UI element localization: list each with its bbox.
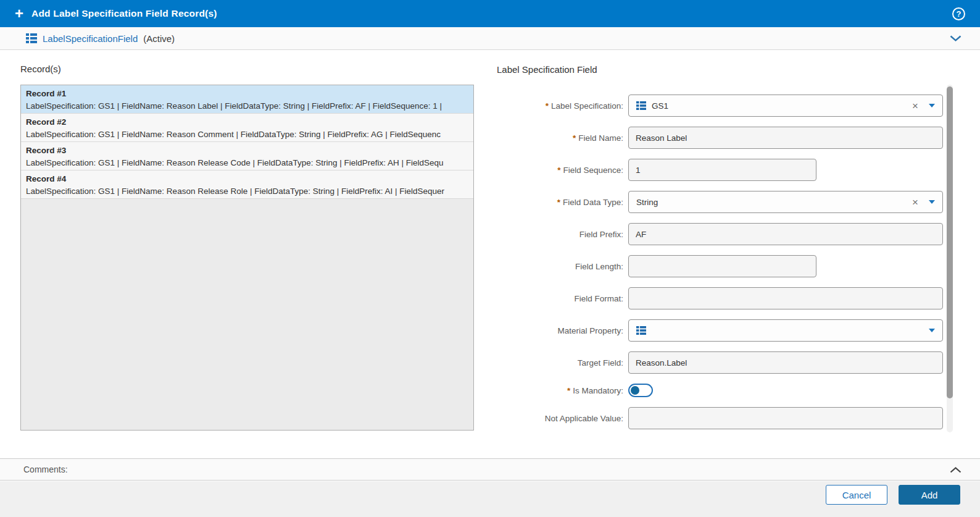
collapse-chevron-down-icon[interactable] bbox=[950, 35, 961, 42]
field-label: Target Field: bbox=[578, 358, 623, 368]
record-title: Record #1 bbox=[26, 87, 468, 100]
field-label: Field Name: bbox=[578, 133, 623, 143]
required-marker: * bbox=[557, 198, 560, 207]
field-sequence-input[interactable] bbox=[628, 159, 816, 181]
form-scrollbar-thumb[interactable] bbox=[947, 86, 953, 398]
dialog-titlebar: + Add Label Specification Field Record(s… bbox=[0, 0, 980, 27]
collapse-chevron-up-icon[interactable] bbox=[950, 466, 961, 473]
field-row-field-prefix: Field Prefix: bbox=[497, 223, 945, 245]
label-specification-lookup[interactable]: GS1 × bbox=[628, 95, 943, 117]
comments-section: Comments: bbox=[0, 458, 980, 481]
field-prefix-input[interactable] bbox=[628, 223, 943, 245]
plus-icon: + bbox=[15, 6, 23, 21]
field-length-input[interactable] bbox=[628, 255, 816, 277]
material-property-lookup[interactable] bbox=[628, 319, 943, 342]
field-row-field-format: Field Format: bbox=[497, 287, 945, 309]
toggle-knob bbox=[631, 386, 639, 395]
not-applicable-value-input[interactable] bbox=[628, 407, 943, 429]
chevron-down-icon[interactable] bbox=[929, 329, 935, 332]
record-row-1[interactable]: Record #1 LabelSpecification: GS1 | Fiel… bbox=[21, 85, 473, 114]
target-field-input[interactable] bbox=[628, 351, 943, 374]
field-row-is-mandatory: *Is Mandatory: bbox=[497, 384, 945, 397]
record-row-3[interactable]: Record #3 LabelSpecification: GS1 | Fiel… bbox=[21, 142, 473, 170]
field-label: Field Data Type: bbox=[563, 198, 623, 207]
clear-icon[interactable]: × bbox=[912, 197, 918, 208]
field-row-material-property: Material Property: bbox=[497, 319, 945, 342]
record-summary: LabelSpecification: GS1 | FieldName: Rea… bbox=[26, 100, 468, 112]
chevron-down-icon[interactable] bbox=[929, 200, 935, 204]
form-title: Label Specification Field bbox=[497, 64, 597, 75]
field-label: Field Format: bbox=[574, 294, 623, 303]
is-mandatory-toggle[interactable] bbox=[628, 384, 653, 397]
field-row-target-field: Target Field: bbox=[497, 351, 945, 374]
field-name-input[interactable] bbox=[628, 127, 943, 149]
record-title: Record #2 bbox=[26, 116, 468, 128]
field-label: Is Mandatory: bbox=[573, 386, 623, 395]
field-label: Field Sequence: bbox=[563, 166, 623, 175]
field-data-type-select[interactable]: String × bbox=[628, 191, 943, 213]
record-summary: LabelSpecification: GS1 | FieldName: Rea… bbox=[26, 185, 468, 198]
entity-link[interactable]: LabelSpecificationField bbox=[43, 33, 138, 44]
record-title: Record #4 bbox=[26, 172, 468, 185]
record-row-4[interactable]: Record #4 LabelSpecification: GS1 | Fiel… bbox=[21, 170, 473, 199]
add-button[interactable]: Add bbox=[899, 485, 960, 505]
record-title: Record #3 bbox=[26, 144, 468, 157]
field-label: Material Property: bbox=[557, 326, 623, 335]
record-summary: LabelSpecification: GS1 | FieldName: Rea… bbox=[26, 157, 468, 169]
records-panel-title: Record(s) bbox=[20, 64, 61, 74]
field-row-not-applicable-value: Not Applicable Value: bbox=[497, 407, 945, 429]
help-icon[interactable]: ? bbox=[952, 7, 965, 20]
cancel-button[interactable]: Cancel bbox=[826, 485, 887, 505]
entity-status: (Active) bbox=[143, 33, 175, 44]
field-row-field-data-type: *Field Data Type: String × bbox=[497, 191, 945, 213]
required-marker: * bbox=[557, 166, 560, 175]
dialog-footer: Cancel Add bbox=[0, 481, 980, 517]
field-label: Field Prefix: bbox=[579, 230, 623, 239]
label-specification-value: GS1 bbox=[652, 101, 668, 111]
field-label: Not Applicable Value: bbox=[545, 414, 623, 423]
comments-label: Comments: bbox=[23, 464, 68, 474]
entity-header: LabelSpecificationField (Active) bbox=[0, 27, 980, 50]
required-marker: * bbox=[567, 386, 570, 395]
field-data-type-value: String bbox=[636, 198, 658, 207]
record-row-2[interactable]: Record #2 LabelSpecification: GS1 | Fiel… bbox=[21, 114, 473, 142]
chevron-down-icon[interactable] bbox=[929, 104, 935, 107]
required-marker: * bbox=[573, 133, 576, 143]
record-summary: LabelSpecification: GS1 | FieldName: Rea… bbox=[26, 128, 468, 141]
required-marker: * bbox=[546, 101, 549, 111]
table-grid-icon bbox=[636, 326, 646, 335]
clear-icon[interactable]: × bbox=[912, 101, 918, 111]
field-row-field-length: Field Length: bbox=[497, 255, 945, 277]
dialog-title: Add Label Specification Field Record(s) bbox=[31, 8, 217, 19]
field-row-field-name: *Field Name: bbox=[497, 127, 945, 149]
field-format-input[interactable] bbox=[628, 287, 943, 309]
field-row-label-specification: *Label Specification: GS1 × bbox=[497, 95, 945, 117]
field-label: Label Specification: bbox=[551, 101, 623, 111]
table-grid-icon bbox=[26, 33, 37, 43]
form-body: *Label Specification: GS1 × *Field Name:… bbox=[497, 85, 945, 432]
field-label: Field Length: bbox=[575, 262, 623, 271]
record-list: Record #1 LabelSpecification: GS1 | Fiel… bbox=[20, 85, 474, 431]
field-row-field-sequence: *Field Sequence: bbox=[497, 159, 945, 181]
table-grid-icon bbox=[636, 101, 646, 110]
